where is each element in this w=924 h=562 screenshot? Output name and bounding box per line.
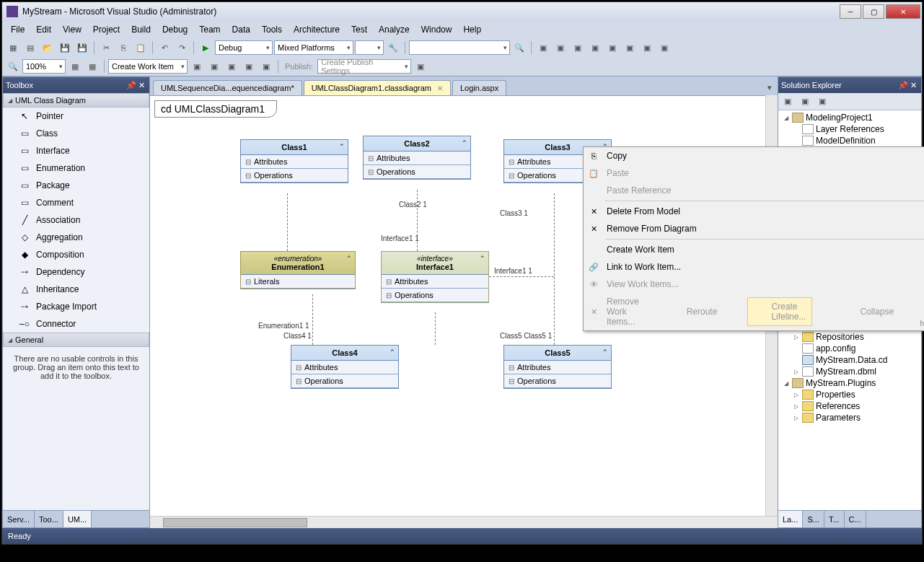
paste-icon[interactable]: 📋	[133, 40, 149, 56]
expand-icon[interactable]: ◢	[783, 380, 790, 387]
uml-enum1[interactable]: «enumeration»Enumeration1⌃ Literals	[240, 251, 356, 289]
tbx-item[interactable]: ◇Aggregation	[3, 229, 149, 246]
ctx-reroute[interactable]: Reroute	[664, 303, 723, 320]
tb-icon[interactable]: ▣	[206, 58, 222, 74]
tree-item[interactable]: ModelDefinition	[780, 135, 920, 146]
save-all-icon[interactable]: 💾	[74, 40, 90, 56]
menu-help[interactable]: Help	[457, 22, 487, 37]
doc-tab-class[interactable]: UMLClassDiagram1.classdiagram✕	[304, 80, 451, 95]
ctx-copy[interactable]: ⎘CopyCtrl+C	[584, 147, 924, 164]
open-icon[interactable]: 📂	[40, 40, 56, 56]
expand-icon[interactable]: ▷	[793, 334, 800, 341]
menu-project[interactable]: Project	[87, 22, 126, 37]
tb-icon[interactable]: ▣	[258, 58, 274, 74]
menu-data[interactable]: Data	[226, 22, 256, 37]
ctx-link[interactable]: 🔗Link to Work Item...	[584, 258, 924, 276]
tab-uml[interactable]: UM...	[63, 511, 92, 527]
ctx-create-lifeline[interactable]: Create Lifeline...	[747, 297, 812, 326]
tbx-section-general[interactable]: General	[3, 333, 149, 347]
tree-item[interactable]: ◢ModelingProject1	[780, 112, 920, 123]
tree-item[interactable]: Layer References	[780, 123, 920, 135]
uml-class1[interactable]: Class1⌃ Attributes Operations	[240, 139, 348, 183]
find-icon[interactable]: 🔍	[511, 40, 527, 56]
tb-icon[interactable]: ▦	[67, 58, 83, 74]
tbx-item[interactable]: ⤍Dependency	[3, 263, 149, 281]
maximize-button[interactable]: ▢	[863, 4, 884, 19]
tbx-item[interactable]: ▭Comment	[3, 194, 149, 211]
ctx-view-wi[interactable]: 👁View Work Items...	[584, 276, 924, 293]
tree-item[interactable]: MyStream.Data.cd	[780, 354, 920, 366]
tab-c[interactable]: C...	[845, 511, 866, 527]
tbx-item[interactable]: △Inheritance	[3, 281, 149, 298]
doc-tab-sequence[interactable]: UMLSequenceDia...equencediagram*	[153, 80, 302, 95]
tab-la[interactable]: La...	[778, 511, 803, 527]
tab-toolbox[interactable]: Too...	[35, 511, 63, 527]
sol-icon[interactable]: ▣	[797, 94, 813, 110]
platform-combo[interactable]: Mixed Platforms	[274, 40, 353, 55]
tab-server[interactable]: Serv...	[3, 511, 35, 527]
minimize-button[interactable]: ─	[840, 4, 861, 19]
uml-class5[interactable]: Class5⌃ Attributes Operations	[503, 345, 612, 389]
publish-combo[interactable]: Create Publish Settings	[317, 59, 411, 74]
new-project-icon[interactable]: ▦	[5, 40, 21, 56]
target-combo[interactable]	[355, 40, 384, 55]
tb-icon[interactable]: ▣	[622, 40, 638, 56]
cwi-combo[interactable]: Create Work Item	[108, 59, 188, 74]
tool-icon[interactable]: 🔧	[385, 40, 401, 56]
menu-edit[interactable]: Edit	[30, 22, 57, 37]
menu-analyze[interactable]: Analyze	[373, 22, 415, 37]
tbx-item[interactable]: ▭Interface	[3, 142, 149, 159]
tree-item[interactable]: ▷Parameters	[780, 412, 920, 423]
uml-interface1[interactable]: «interface»Interface1⌃ Attributes Operat…	[381, 251, 489, 303]
hscrollbar[interactable]	[150, 516, 778, 528]
tbx-item[interactable]: ╱Association	[3, 211, 149, 229]
close-icon[interactable]: ✕	[136, 81, 146, 90]
tree-item[interactable]: ▷Repositories	[780, 331, 920, 343]
start-icon[interactable]: ▶	[198, 40, 214, 56]
ctx-remove-diagram[interactable]: ✕Remove From DiagramDel	[584, 220, 924, 237]
tab-t[interactable]: T...	[824, 511, 845, 527]
menu-debug[interactable]: Debug	[157, 22, 193, 37]
pin-icon[interactable]: 📌	[898, 81, 908, 90]
tree-item[interactable]: app.config	[780, 343, 920, 354]
close-icon[interactable]: ✕	[437, 84, 443, 92]
sol-icon[interactable]: ▣	[780, 94, 796, 110]
tree-item[interactable]: ▷MyStream.dbml	[780, 366, 920, 377]
ctx-collapse[interactable]: Collapse	[837, 303, 899, 320]
uml-class4[interactable]: Class4⌃ Attributes Operations	[291, 345, 399, 389]
menu-architecture[interactable]: Architecture	[288, 22, 346, 37]
menu-view[interactable]: View	[57, 22, 87, 37]
tab-s[interactable]: S...	[803, 511, 824, 527]
tb-icon[interactable]: ▣	[604, 40, 620, 56]
find-combo[interactable]	[409, 40, 510, 55]
ctx-cwi[interactable]: Create Work Item▶	[584, 241, 924, 258]
expand-icon[interactable]: ◢	[783, 115, 790, 121]
tb-icon[interactable]: ▣	[535, 40, 551, 56]
copy-icon[interactable]: ⎘	[115, 40, 131, 56]
save-icon[interactable]: 💾	[57, 40, 73, 56]
menu-tools[interactable]: Tools	[256, 22, 288, 37]
tbx-item[interactable]: ◆Composition	[3, 246, 149, 263]
tb-icon[interactable]: ▦	[84, 58, 100, 74]
sol-icon[interactable]: ▣	[814, 94, 830, 110]
ctx-paste[interactable]: 📋PasteCtrl+V	[584, 164, 924, 182]
tree-item[interactable]: ▷Properties	[780, 389, 920, 400]
tb-icon[interactable]: ▣	[241, 58, 257, 74]
doc-tab-login[interactable]: Login.aspx	[452, 80, 506, 95]
tb-icon[interactable]: ▣	[570, 40, 586, 56]
redo-icon[interactable]: ↷	[174, 40, 190, 56]
menu-test[interactable]: Test	[346, 22, 373, 37]
tb-icon[interactable]: ▣	[553, 40, 568, 56]
close-icon[interactable]: ✕	[908, 81, 918, 90]
tb-icon[interactable]: ▣	[413, 58, 428, 74]
tree-item[interactable]: ◢MyStream.Plugins	[780, 377, 920, 389]
expand-icon[interactable]: ▷	[793, 369, 800, 375]
tbx-item[interactable]: ▭Class	[3, 125, 149, 142]
tbx-item[interactable]: ⤍Package Import	[3, 298, 149, 315]
ctx-remove-wi[interactable]: ✕Remove Work Items... Reroute Create Lif…	[584, 293, 924, 330]
ctx-paste-ref[interactable]: Paste Reference	[584, 182, 924, 199]
add-item-icon[interactable]: ▤	[22, 40, 38, 56]
tbx-section-uml[interactable]: UML Class Diagram	[3, 93, 149, 107]
tab-dropdown-icon[interactable]: ▾	[762, 79, 778, 95]
tbx-item[interactable]: ▭Package	[3, 177, 149, 194]
